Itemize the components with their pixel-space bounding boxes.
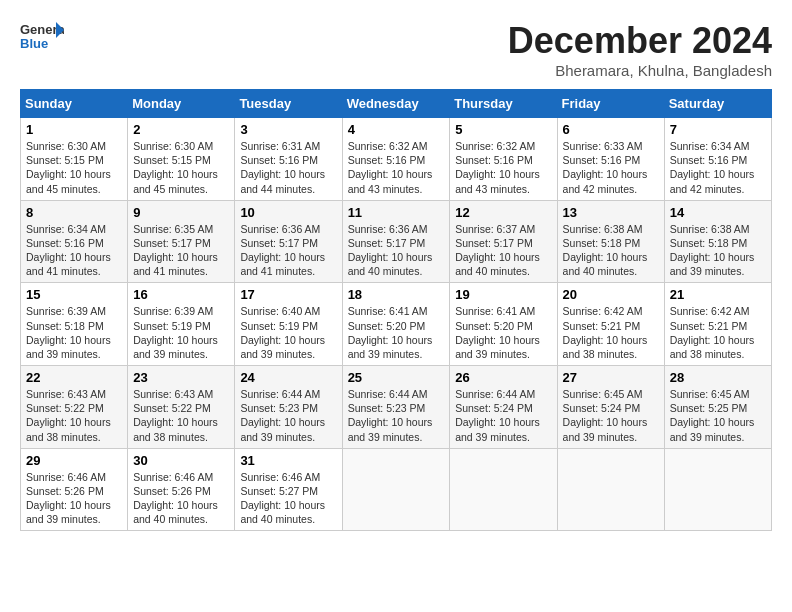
calendar-cell <box>450 448 557 531</box>
logo-icon: General Blue <box>20 20 64 50</box>
calendar-week-1: 1Sunrise: 6:30 AMSunset: 5:15 PMDaylight… <box>21 118 772 201</box>
day-info: Sunrise: 6:31 AMSunset: 5:16 PMDaylight:… <box>240 139 336 196</box>
day-info: Sunrise: 6:33 AMSunset: 5:16 PMDaylight:… <box>563 139 659 196</box>
day-info: Sunrise: 6:44 AMSunset: 5:24 PMDaylight:… <box>455 387 551 444</box>
title-block: December 2024 Bheramara, Khulna, Banglad… <box>508 20 772 79</box>
calendar-cell: 21Sunrise: 6:42 AMSunset: 5:21 PMDayligh… <box>664 283 771 366</box>
day-info: Sunrise: 6:45 AMSunset: 5:24 PMDaylight:… <box>563 387 659 444</box>
day-number: 27 <box>563 370 659 385</box>
day-number: 15 <box>26 287 122 302</box>
day-number: 31 <box>240 453 336 468</box>
calendar-cell: 1Sunrise: 6:30 AMSunset: 5:15 PMDaylight… <box>21 118 128 201</box>
day-number: 18 <box>348 287 445 302</box>
calendar-header-row: SundayMondayTuesdayWednesdayThursdayFrid… <box>21 90 772 118</box>
calendar-cell: 28Sunrise: 6:45 AMSunset: 5:25 PMDayligh… <box>664 366 771 449</box>
day-number: 25 <box>348 370 445 385</box>
day-info: Sunrise: 6:41 AMSunset: 5:20 PMDaylight:… <box>348 304 445 361</box>
page-header: General Blue December 2024 Bheramara, Kh… <box>20 20 772 79</box>
day-info: Sunrise: 6:30 AMSunset: 5:15 PMDaylight:… <box>133 139 229 196</box>
day-number: 1 <box>26 122 122 137</box>
calendar-cell <box>342 448 450 531</box>
calendar-cell: 15Sunrise: 6:39 AMSunset: 5:18 PMDayligh… <box>21 283 128 366</box>
day-info: Sunrise: 6:35 AMSunset: 5:17 PMDaylight:… <box>133 222 229 279</box>
calendar-cell: 9Sunrise: 6:35 AMSunset: 5:17 PMDaylight… <box>128 200 235 283</box>
calendar-cell: 24Sunrise: 6:44 AMSunset: 5:23 PMDayligh… <box>235 366 342 449</box>
calendar-cell: 2Sunrise: 6:30 AMSunset: 5:15 PMDaylight… <box>128 118 235 201</box>
day-number: 16 <box>133 287 229 302</box>
day-info: Sunrise: 6:42 AMSunset: 5:21 PMDaylight:… <box>670 304 766 361</box>
day-info: Sunrise: 6:46 AMSunset: 5:26 PMDaylight:… <box>26 470 122 527</box>
day-number: 21 <box>670 287 766 302</box>
day-number: 14 <box>670 205 766 220</box>
day-info: Sunrise: 6:44 AMSunset: 5:23 PMDaylight:… <box>240 387 336 444</box>
day-number: 30 <box>133 453 229 468</box>
calendar-cell: 19Sunrise: 6:41 AMSunset: 5:20 PMDayligh… <box>450 283 557 366</box>
calendar-week-4: 22Sunrise: 6:43 AMSunset: 5:22 PMDayligh… <box>21 366 772 449</box>
day-number: 8 <box>26 205 122 220</box>
calendar-cell: 27Sunrise: 6:45 AMSunset: 5:24 PMDayligh… <box>557 366 664 449</box>
calendar-cell <box>664 448 771 531</box>
day-info: Sunrise: 6:39 AMSunset: 5:19 PMDaylight:… <box>133 304 229 361</box>
day-info: Sunrise: 6:38 AMSunset: 5:18 PMDaylight:… <box>670 222 766 279</box>
calendar-cell: 26Sunrise: 6:44 AMSunset: 5:24 PMDayligh… <box>450 366 557 449</box>
calendar-cell: 29Sunrise: 6:46 AMSunset: 5:26 PMDayligh… <box>21 448 128 531</box>
calendar-cell: 16Sunrise: 6:39 AMSunset: 5:19 PMDayligh… <box>128 283 235 366</box>
calendar-cell: 22Sunrise: 6:43 AMSunset: 5:22 PMDayligh… <box>21 366 128 449</box>
day-info: Sunrise: 6:34 AMSunset: 5:16 PMDaylight:… <box>670 139 766 196</box>
calendar-header-wednesday: Wednesday <box>342 90 450 118</box>
day-number: 22 <box>26 370 122 385</box>
day-info: Sunrise: 6:30 AMSunset: 5:15 PMDaylight:… <box>26 139 122 196</box>
day-info: Sunrise: 6:38 AMSunset: 5:18 PMDaylight:… <box>563 222 659 279</box>
day-number: 24 <box>240 370 336 385</box>
logo: General Blue <box>20 20 64 54</box>
day-info: Sunrise: 6:37 AMSunset: 5:17 PMDaylight:… <box>455 222 551 279</box>
day-info: Sunrise: 6:32 AMSunset: 5:16 PMDaylight:… <box>455 139 551 196</box>
calendar-cell: 14Sunrise: 6:38 AMSunset: 5:18 PMDayligh… <box>664 200 771 283</box>
calendar-cell: 8Sunrise: 6:34 AMSunset: 5:16 PMDaylight… <box>21 200 128 283</box>
day-number: 19 <box>455 287 551 302</box>
day-info: Sunrise: 6:36 AMSunset: 5:17 PMDaylight:… <box>240 222 336 279</box>
calendar-cell: 4Sunrise: 6:32 AMSunset: 5:16 PMDaylight… <box>342 118 450 201</box>
day-number: 7 <box>670 122 766 137</box>
day-number: 2 <box>133 122 229 137</box>
calendar-cell: 10Sunrise: 6:36 AMSunset: 5:17 PMDayligh… <box>235 200 342 283</box>
day-info: Sunrise: 6:34 AMSunset: 5:16 PMDaylight:… <box>26 222 122 279</box>
day-info: Sunrise: 6:41 AMSunset: 5:20 PMDaylight:… <box>455 304 551 361</box>
calendar-cell: 12Sunrise: 6:37 AMSunset: 5:17 PMDayligh… <box>450 200 557 283</box>
day-info: Sunrise: 6:44 AMSunset: 5:23 PMDaylight:… <box>348 387 445 444</box>
calendar-cell: 3Sunrise: 6:31 AMSunset: 5:16 PMDaylight… <box>235 118 342 201</box>
svg-text:Blue: Blue <box>20 36 48 50</box>
day-info: Sunrise: 6:45 AMSunset: 5:25 PMDaylight:… <box>670 387 766 444</box>
day-number: 26 <box>455 370 551 385</box>
calendar-cell: 17Sunrise: 6:40 AMSunset: 5:19 PMDayligh… <box>235 283 342 366</box>
day-info: Sunrise: 6:46 AMSunset: 5:27 PMDaylight:… <box>240 470 336 527</box>
day-number: 20 <box>563 287 659 302</box>
calendar-body: 1Sunrise: 6:30 AMSunset: 5:15 PMDaylight… <box>21 118 772 531</box>
calendar-week-3: 15Sunrise: 6:39 AMSunset: 5:18 PMDayligh… <box>21 283 772 366</box>
calendar-header-monday: Monday <box>128 90 235 118</box>
day-info: Sunrise: 6:43 AMSunset: 5:22 PMDaylight:… <box>26 387 122 444</box>
day-number: 29 <box>26 453 122 468</box>
day-number: 6 <box>563 122 659 137</box>
day-number: 11 <box>348 205 445 220</box>
calendar-header-friday: Friday <box>557 90 664 118</box>
calendar-cell: 6Sunrise: 6:33 AMSunset: 5:16 PMDaylight… <box>557 118 664 201</box>
calendar-cell: 23Sunrise: 6:43 AMSunset: 5:22 PMDayligh… <box>128 366 235 449</box>
calendar-week-2: 8Sunrise: 6:34 AMSunset: 5:16 PMDaylight… <box>21 200 772 283</box>
calendar-cell: 25Sunrise: 6:44 AMSunset: 5:23 PMDayligh… <box>342 366 450 449</box>
day-number: 4 <box>348 122 445 137</box>
calendar-cell: 13Sunrise: 6:38 AMSunset: 5:18 PMDayligh… <box>557 200 664 283</box>
calendar-cell: 7Sunrise: 6:34 AMSunset: 5:16 PMDaylight… <box>664 118 771 201</box>
calendar-header-tuesday: Tuesday <box>235 90 342 118</box>
calendar-week-5: 29Sunrise: 6:46 AMSunset: 5:26 PMDayligh… <box>21 448 772 531</box>
day-number: 12 <box>455 205 551 220</box>
day-number: 13 <box>563 205 659 220</box>
calendar-cell: 5Sunrise: 6:32 AMSunset: 5:16 PMDaylight… <box>450 118 557 201</box>
calendar-header-saturday: Saturday <box>664 90 771 118</box>
day-info: Sunrise: 6:42 AMSunset: 5:21 PMDaylight:… <box>563 304 659 361</box>
location: Bheramara, Khulna, Bangladesh <box>508 62 772 79</box>
day-number: 17 <box>240 287 336 302</box>
month-title: December 2024 <box>508 20 772 62</box>
day-info: Sunrise: 6:36 AMSunset: 5:17 PMDaylight:… <box>348 222 445 279</box>
day-number: 9 <box>133 205 229 220</box>
